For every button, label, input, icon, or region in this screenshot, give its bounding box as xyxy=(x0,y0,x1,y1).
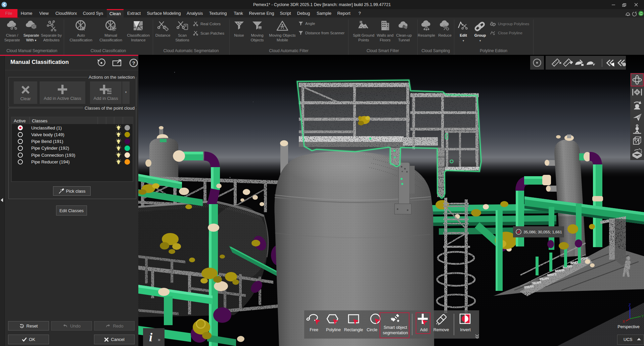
svg-text:X: X xyxy=(623,319,625,323)
svg-text:Y: Y xyxy=(641,314,644,318)
svg-text:Classes: Classes xyxy=(32,118,48,123)
svg-text:Active: Active xyxy=(14,118,26,123)
svg-text:Pipe Connection (193): Pipe Connection (193) xyxy=(31,153,75,158)
svg-text:Pipe Reducer (194): Pipe Reducer (194) xyxy=(31,159,70,164)
svg-text:Z: Z xyxy=(629,303,631,307)
svg-text:Pipe Cylinder (192): Pipe Cylinder (192) xyxy=(31,146,69,151)
svg-text:Pipe Bend (191): Pipe Bend (191) xyxy=(31,139,63,144)
svg-text:Unclassified (1): Unclassified (1) xyxy=(31,125,62,130)
svg-text:Valve body (149): Valve body (149) xyxy=(31,132,64,137)
